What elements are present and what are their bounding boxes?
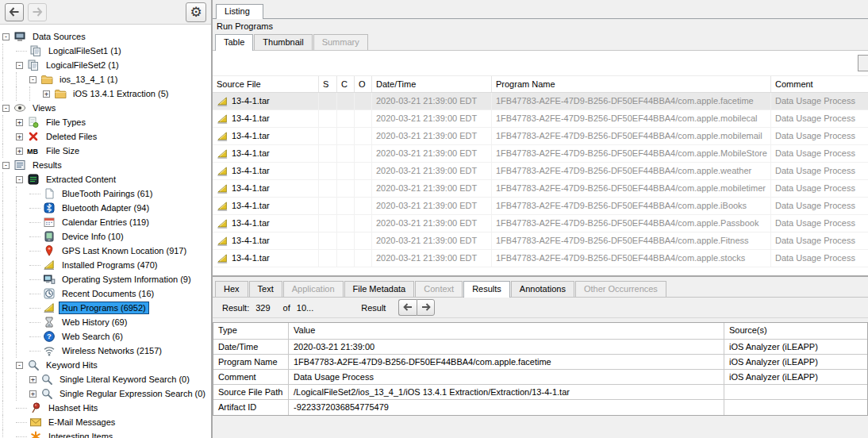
expand-icon[interactable]: +	[29, 376, 36, 383]
tree-item-logicalfileset1-1[interactable]: LogicalFileSet1 (1)	[2, 44, 211, 58]
gps-pin-icon	[43, 244, 56, 257]
details-row[interactable]: CommentData Usage ProcessiOS Analyzer (i…	[213, 370, 867, 385]
details-row[interactable]: Program Name1FB47783-A2FE-47D9-B256-DF50…	[213, 355, 867, 370]
result-word: Result	[361, 303, 386, 313]
collapse-icon[interactable]: -	[2, 33, 10, 40]
details-source-cell	[724, 400, 867, 415]
datetime-cell: 2020-03-21 21:39:00 EDT	[372, 163, 492, 179]
tree-item-bluetooth-adapter-94[interactable]: Bluetooth Adapter (94)	[2, 201, 211, 215]
table-row[interactable]: 13-4-1.tar2020-03-21 21:39:00 EDT1FB4778…	[213, 163, 868, 180]
tree-item-single-literal-keyword-search-0[interactable]: +Single Literal Keyword Search (0)	[2, 372, 211, 386]
expand-icon[interactable]: +	[16, 148, 23, 155]
details-row[interactable]: Artifact ID-9223372036854775479	[213, 400, 867, 415]
tree-item-deleted-files[interactable]: +Deleted Files	[2, 129, 211, 144]
column-chooser-button[interactable]	[858, 55, 868, 71]
expand-icon[interactable]: +	[16, 119, 23, 126]
tree-item-gps-last-known-location-917[interactable]: GPS Last Known Location (917)	[2, 244, 211, 258]
column-header-date-time[interactable]: Date/Time	[372, 76, 492, 92]
tree-item-web-history-69[interactable]: Web History (69)	[2, 315, 211, 329]
table-row[interactable]: 13-4-1.tar2020-03-21 21:39:00 EDT1FB4778…	[213, 180, 868, 198]
tree-item-ios-13-4-1-1[interactable]: -ios_13_4_1 (1)	[2, 72, 211, 86]
table-row[interactable]: 13-4-1.tar2020-03-21 21:39:00 EDT1FB4778…	[213, 198, 868, 215]
source-file-cell: 13-4-1.tar	[213, 180, 319, 197]
tree-item-file-size[interactable]: +MBFile Size	[2, 144, 211, 158]
source-file-cell: 13-4-1.tar	[213, 128, 319, 144]
score-cell	[319, 128, 337, 144]
program-name-cell: 1FB47783-A2FE-47D9-B256-DF50EF44BBA4/com…	[492, 198, 771, 214]
table-row[interactable]: 13-4-1.tar2020-03-21 21:39:00 EDT1FB4778…	[213, 215, 868, 232]
expand-icon[interactable]: +	[16, 133, 23, 140]
tree-item-e-mail-messages[interactable]: E-Mail Messages	[2, 415, 211, 429]
details-row[interactable]: Source File Path/LogicalFileSet2/ios_13_…	[213, 385, 867, 400]
tree-item-keyword-hits[interactable]: -Keyword Hits	[2, 358, 211, 372]
tree-item-extracted-content[interactable]: -Extracted Content	[2, 172, 211, 186]
tree-item-bluetooth-pairings-61[interactable]: BlueTooth Pairings (61)	[2, 186, 211, 201]
table-row[interactable]: 13-4-1.tar2020-03-21 21:39:00 EDT1FB4778…	[213, 110, 868, 128]
column-header-c[interactable]: C	[337, 76, 355, 92]
column-header-comment[interactable]: Comment	[771, 76, 868, 92]
column-header-o[interactable]: O	[355, 76, 372, 92]
collapse-icon[interactable]: -	[2, 162, 10, 169]
tree-item-hashset-hits[interactable]: Hashset Hits	[2, 401, 211, 415]
forward-arrow-icon	[32, 7, 43, 17]
tree-item-run-programs-6952[interactable]: Run Programs (6952)	[2, 301, 211, 315]
table-row[interactable]: 13-4-1.tar2020-03-21 21:39:00 EDT1FB4778…	[213, 93, 868, 110]
tree-item-operating-system-information-9[interactable]: Operating System Information (9)	[2, 272, 211, 286]
previous-result-button[interactable]	[398, 299, 417, 316]
tree-item-label: iOS 13.4.1 Extraction (5)	[71, 88, 171, 99]
table-row[interactable]: 13-4-1.tar2020-03-21 21:39:00 EDT1FB4778…	[213, 145, 868, 163]
tree-item-interesting-items[interactable]: Interesting Items	[2, 429, 211, 438]
details-tab-file-metadata[interactable]: File Metadata	[344, 281, 415, 297]
details-row[interactable]: Date/Time2020-03-21 21:39:00iOS Analyzer…	[213, 340, 867, 355]
table-row[interactable]: 13-4-1.tar2020-03-21 21:39:00 EDT1FB4778…	[213, 128, 868, 145]
table-row[interactable]: 13-4-1.tar2020-03-21 21:39:00 EDT1FB4778…	[213, 232, 868, 250]
score-cell	[319, 232, 337, 249]
tab-listing[interactable]: Listing	[216, 4, 263, 19]
view-tab-thumbnail[interactable]: Thumbnail	[254, 34, 312, 50]
comment-flag-cell	[337, 180, 355, 197]
datetime-cell: 2020-03-21 21:39:00 EDT	[372, 250, 492, 267]
tree-item-logicalfileset2-1[interactable]: -LogicalFileSet2 (1)	[2, 58, 211, 72]
tree-item-single-regular-expression-search-0[interactable]: +Single Regular Expression Search (0)	[2, 386, 211, 401]
view-tab-table[interactable]: Table	[215, 34, 253, 51]
next-result-button[interactable]	[417, 299, 435, 316]
collapse-icon[interactable]: -	[16, 362, 23, 369]
tree-item-ios-13-4-1-extraction-5[interactable]: +iOS 13.4.1 Extraction (5)	[2, 86, 211, 101]
device-icon	[43, 230, 56, 243]
tree-item-file-types[interactable]: +File Types	[2, 115, 211, 129]
collapse-icon[interactable]: -	[2, 105, 10, 112]
tree-item-installed-programs-470[interactable]: Installed Programs (470)	[2, 258, 211, 272]
tree-item-data-sources[interactable]: -Data Sources	[2, 29, 211, 44]
tree-item-device-info-10[interactable]: Device Info (10)	[2, 229, 211, 244]
column-header-s[interactable]: S	[319, 76, 337, 92]
tree-item-recent-documents-16[interactable]: Recent Documents (16)	[2, 286, 211, 301]
details-type-cell: Comment	[213, 370, 289, 384]
details-tab-text[interactable]: Text	[249, 281, 282, 297]
column-header-program-name[interactable]: Program Name	[492, 76, 771, 92]
result-label: Result:	[222, 303, 249, 313]
table-row[interactable]: 13-4-1.tar2020-03-21 21:39:00 EDT1FB4778…	[213, 250, 868, 267]
collapse-icon[interactable]: -	[16, 176, 23, 183]
tree-item-label: BlueTooth Pairings (61)	[60, 188, 155, 199]
details-tab-hex[interactable]: Hex	[215, 281, 248, 297]
details-type-cell: Source File Path	[213, 385, 289, 399]
collapse-icon[interactable]: -	[29, 76, 36, 83]
details-tab-results[interactable]: Results	[463, 281, 510, 298]
table-topbar	[213, 51, 868, 75]
expand-icon[interactable]: +	[29, 390, 36, 398]
expand-icon[interactable]: +	[43, 90, 50, 98]
source-file-name: 13-4-1.tar	[232, 201, 270, 210]
forward-button[interactable]	[28, 3, 47, 21]
tree-item-results[interactable]: -Results	[2, 158, 211, 172]
tree-item-wireless-networks-2157[interactable]: Wireless Networks (2157)	[2, 344, 211, 358]
tree-item-views[interactable]: -Views	[2, 101, 211, 115]
back-button[interactable]	[5, 3, 24, 21]
settings-button[interactable]: ⚙	[186, 2, 206, 22]
back-arrow-icon	[9, 7, 20, 17]
tree-item-calendar-entries-119[interactable]: Calendar Entries (119)	[2, 215, 211, 229]
details-tab-annotations[interactable]: Annotations	[511, 281, 574, 297]
tree-item-label: Interesting Items	[46, 431, 115, 438]
tree-item-web-search-6[interactable]: ?Web Search (6)	[2, 329, 211, 344]
column-header-source-file[interactable]: Source File	[213, 76, 319, 92]
collapse-icon[interactable]: -	[16, 62, 23, 69]
